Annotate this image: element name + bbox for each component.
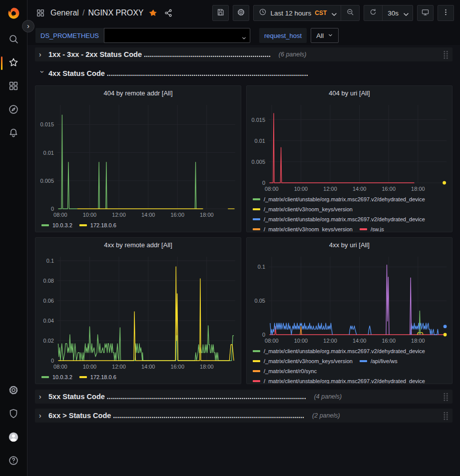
- series-line: [419, 311, 420, 335]
- legend-item[interactable]: 172.18.0.6: [79, 373, 116, 382]
- row-header-2[interactable]: ›5xx Status Code .......................…: [35, 390, 453, 404]
- legend-item[interactable]: /_matrix/client/v3/room_keys/version: [253, 357, 353, 366]
- sidebar-item-help[interactable]: [0, 450, 27, 473]
- chevron-down-icon: ›: [38, 71, 46, 78]
- row-drag-handle-icon[interactable]: [443, 412, 449, 420]
- panels-grid: 404 by remote addr [All]00.0050.010.0150…: [35, 85, 453, 384]
- legend-swatch-icon: [253, 360, 260, 362]
- x-axis-tick-label: 14:00: [353, 338, 367, 344]
- y-axis-tick-label: 0.1: [258, 264, 265, 270]
- row-drag-handle-icon[interactable]: [443, 50, 449, 59]
- y-axis-tick-label: 0.01: [43, 150, 54, 156]
- refresh-button[interactable]: [364, 5, 382, 20]
- legend-item[interactable]: /_matrix/client/unstable/org.matrix.msc2…: [253, 377, 425, 384]
- legend-label: /sw.js: [371, 226, 384, 232]
- legend-item[interactable]: /_matrix/client/unstable/org.matrix.msc2…: [253, 195, 425, 204]
- x-axis-tick-label: 12:00: [323, 186, 337, 192]
- legend-item[interactable]: /api/live/ws: [360, 357, 398, 366]
- row-panel-count: (6 panels): [279, 51, 307, 58]
- x-axis-tick-label: 08:00: [265, 338, 279, 344]
- host-variable-label[interactable]: request_host: [259, 28, 307, 43]
- breadcrumb-folder[interactable]: General: [50, 8, 79, 17]
- x-axis-tick-label: 08:00: [53, 212, 67, 218]
- dashboard-title[interactable]: NGINX PROXY: [88, 8, 143, 17]
- save-icon: [216, 8, 225, 18]
- dashboard-settings-button[interactable]: [233, 5, 249, 21]
- x-axis-tick-label: 18:00: [200, 212, 214, 218]
- panel-title[interactable]: 4xx by uri [All]: [247, 238, 452, 252]
- legend-item[interactable]: 10.0.3.2: [41, 221, 72, 230]
- row-header-0[interactable]: ›1xx - 3xx - 2xx Status Code ...........…: [35, 47, 453, 61]
- chart-plot-area[interactable]: 00.0050.010.01508:0010:0012:0014:0016:00…: [35, 100, 241, 220]
- sidebar-item-server-admin[interactable]: [0, 403, 27, 426]
- legend-item[interactable]: /_matrix/client/r0/sync: [253, 367, 317, 376]
- starred-icon: [8, 57, 19, 70]
- datasource-variable-select[interactable]: [104, 28, 250, 43]
- host-variable-select[interactable]: All: [311, 28, 339, 43]
- legend-item[interactable]: 10.0.3.2: [41, 373, 72, 382]
- panel-title[interactable]: 404 by remote addr [All]: [35, 86, 241, 100]
- legend-label: /api/live/ws: [371, 358, 398, 364]
- legend-item[interactable]: 172.18.0.6: [79, 221, 116, 230]
- x-axis-tick-label: 16:00: [382, 186, 396, 192]
- legend-swatch-icon: [253, 198, 260, 200]
- sidebar-item-dashboards[interactable]: [0, 75, 27, 98]
- legend-label: /_matrix/client/v3/room_keys/version: [264, 358, 353, 364]
- sidebar-item-explore[interactable]: [0, 98, 27, 122]
- sidebar-expand-button[interactable]: ›: [22, 20, 34, 32]
- favorite-star-icon[interactable]: [149, 8, 158, 17]
- sidebar-item-profile[interactable]: [0, 426, 27, 450]
- y-axis-tick-label: 0.01: [255, 138, 265, 144]
- gear-icon: [237, 8, 245, 18]
- panel-title[interactable]: 4xx by remote addr [All]: [35, 238, 241, 252]
- panel-title[interactable]: 404 by uri [All]: [247, 86, 452, 100]
- datasource-variable-label[interactable]: DS_PROMETHEUS: [35, 28, 104, 43]
- sidebar-item-settings[interactable]: [0, 379, 27, 403]
- legend-label: /_matrix/client/unstable/org.matrix.msc2…: [264, 196, 425, 202]
- series-line: [410, 278, 412, 335]
- legend-item[interactable]: /sw.js: [360, 225, 384, 232]
- refresh-interval-picker[interactable]: 30s: [382, 5, 413, 20]
- legend-item[interactable]: /_matrix/client/unstable/org.matrix.msc2…: [253, 215, 425, 224]
- variables-submenu: DS_PROMETHEUS request_host All: [27, 26, 460, 45]
- sidebar-item-starred[interactable]: [0, 51, 27, 75]
- y-axis-tick-label: 0.005: [40, 178, 54, 184]
- legend-item[interactable]: /_matrix/client/unstable/org.matrix.msc2…: [253, 347, 425, 356]
- legend-item[interactable]: /_matrix/client/v3/room_keys/version: [253, 205, 353, 214]
- y-axis-tick-label: 0.015: [251, 117, 265, 123]
- clock-icon: [259, 8, 267, 18]
- x-axis-tick-label: 10:00: [83, 364, 97, 370]
- time-picker-group: Last 12 hours CST: [253, 5, 360, 21]
- legend-label: 10.0.3.2: [52, 222, 72, 228]
- legend-label: 172.18.0.6: [90, 222, 116, 228]
- series-line: [58, 326, 234, 361]
- y-axis-tick-label: 0: [51, 358, 54, 364]
- kebab-menu-button[interactable]: [438, 5, 454, 21]
- series-line: [195, 162, 196, 209]
- chart-plot-area[interactable]: 00.020.040.060.080.108:0010:0012:0014:00…: [35, 252, 241, 372]
- main-area: General / NGINX PROXY Last 12 hours CST: [27, 0, 460, 476]
- refresh-icon: [369, 8, 377, 18]
- share-icon[interactable]: [164, 8, 173, 17]
- chevron-right-icon: ›: [39, 393, 46, 401]
- sidebar-item-search[interactable]: [0, 28, 27, 51]
- y-axis-tick-label: 0.05: [255, 298, 265, 304]
- series-line: [411, 323, 439, 335]
- zoom-out-time-button[interactable]: [341, 5, 359, 20]
- time-range-picker[interactable]: Last 12 hours CST: [254, 5, 341, 20]
- x-axis-tick-label: 10:00: [83, 212, 97, 218]
- legend-label: /_matrix/client/unstable/org.matrix.msc2…: [264, 348, 425, 354]
- row-drag-handle-icon[interactable]: [443, 393, 449, 401]
- save-dashboard-button[interactable]: [212, 5, 229, 21]
- legend-item[interactable]: /_matrix/client/v3/room_keys/version: [253, 225, 353, 232]
- sidebar-item-alerting[interactable]: [0, 122, 27, 145]
- tv-mode-button[interactable]: [417, 5, 434, 21]
- y-axis-tick-label: 0: [262, 332, 265, 338]
- row-header-1[interactable]: ›4xx Status Code .......................…: [35, 66, 453, 80]
- chart-plot-area[interactable]: 00.050.108:0010:0012:0014:0016:0018:00: [247, 252, 452, 346]
- row-title: 5xx Status Code ........................…: [48, 393, 306, 401]
- row-header-3[interactable]: ›6xx > Status Code .....................…: [35, 409, 453, 423]
- chevron-right-icon: ›: [39, 50, 46, 58]
- timezone-label: CST: [315, 9, 327, 16]
- chart-plot-area[interactable]: 00.0050.010.01508:0010:0012:0014:0016:00…: [247, 100, 452, 194]
